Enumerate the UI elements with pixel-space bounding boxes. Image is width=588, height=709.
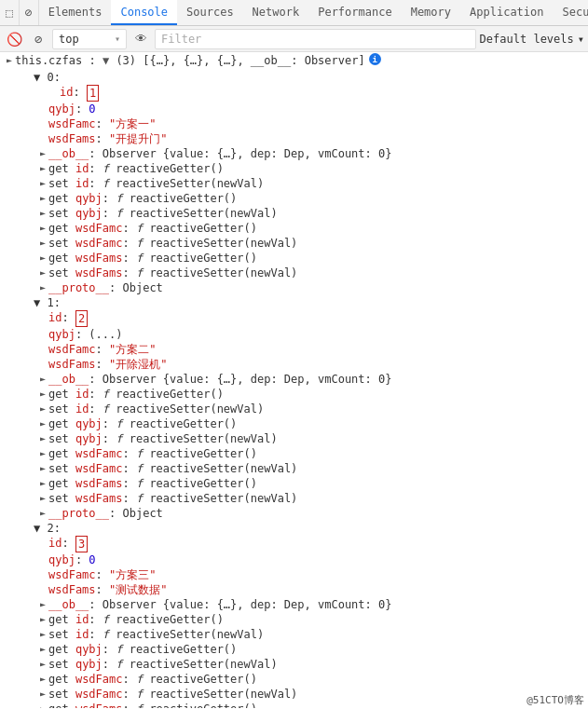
- prop-wsdFams-val: "开提升门": [109, 131, 167, 146]
- item-2-id: id : 3: [0, 536, 588, 552]
- clear-console-button[interactable]: 🚫: [4, 29, 24, 49]
- levels-label: Default levels: [480, 33, 574, 46]
- levels-arrow: ▾: [578, 33, 584, 46]
- tab-icon-inspect[interactable]: ⬚: [0, 0, 20, 25]
- get-id2-arrow[interactable]: [37, 612, 48, 623]
- prop-colon: :: [73, 85, 86, 100]
- item-2-wsdFamc: wsdFamc : "方案三": [0, 567, 588, 582]
- item-0-get-wsdFams: get wsdFams : f reactiveGetter(): [0, 251, 588, 266]
- tab-icon-cursor[interactable]: ⊘: [20, 0, 39, 25]
- get-wsdFams-arrow[interactable]: [37, 251, 48, 262]
- set-qybj2-arrow[interactable]: [37, 657, 48, 668]
- item-1-wsdFamc: wsdFamc : "方案二": [0, 342, 588, 357]
- item-1-qybj: qybj : (...): [0, 327, 588, 342]
- set-wsdFamc1-arrow[interactable]: [37, 461, 48, 472]
- item-0-key: ▼ 0:: [34, 70, 61, 85]
- devtools-tab-bar: ⬚ ⊘ Elements Console Sources Network Per…: [0, 0, 588, 26]
- item-0-set-qybj: set qybj : f reactiveSetter(newVal): [0, 206, 588, 221]
- ob0-arrow[interactable]: [37, 146, 48, 157]
- tab-performance[interactable]: Performance: [308, 0, 401, 25]
- item-0-set-id: set id : f reactiveSetter(newVal): [0, 176, 588, 191]
- item-1-id: id : 2: [0, 310, 588, 327]
- item-1-wsdFams: wsdFams : "开除湿机": [0, 357, 588, 372]
- item-1-set-id: set id : f reactiveSetter(newVal): [0, 402, 588, 416]
- filter-toggle-button[interactable]: ⊘: [28, 29, 48, 49]
- tab-sources[interactable]: Sources: [177, 0, 243, 25]
- item-0-id: id : 1: [0, 85, 588, 102]
- item-0-wsdFamc: wsdFamc : "方案一": [0, 116, 588, 131]
- get-id1-arrow[interactable]: [37, 387, 48, 398]
- tab-memory[interactable]: Memory: [402, 0, 460, 25]
- set-wsdFamc-arrow[interactable]: [37, 236, 48, 247]
- ob2-arrow[interactable]: [37, 597, 48, 608]
- get-wsdFamc1-arrow[interactable]: [37, 446, 48, 457]
- context-selector[interactable]: top ▾: [52, 29, 127, 49]
- log-prefix: this.czfas :: [15, 53, 103, 68]
- set-id2-arrow[interactable]: [37, 627, 48, 638]
- proto0-arrow[interactable]: [37, 280, 48, 292]
- ob1-arrow[interactable]: [37, 372, 48, 383]
- get-wsdFams2-arrow[interactable]: [37, 702, 48, 708]
- set-wsdFamc2-arrow[interactable]: [37, 687, 48, 698]
- eye-button[interactable]: 👁: [130, 29, 151, 49]
- prop-qybj-key: qybj: [48, 102, 75, 116]
- item-1-get-wsdFams: get wsdFams : f reactiveGetter(): [0, 476, 588, 491]
- get-wsdFamc2-arrow[interactable]: [37, 672, 48, 683]
- item-0-label: ▼ 0:: [0, 70, 588, 85]
- set-id1-arrow[interactable]: [37, 402, 48, 413]
- item-2-get-wsdFamc: get wsdFamc : f reactiveGetter(): [0, 672, 588, 687]
- set-qybj-arrow[interactable]: [37, 206, 48, 217]
- item-0-wsdFams: wsdFams : "开提升门": [0, 131, 588, 146]
- get-qybj-arrow[interactable]: [37, 191, 48, 202]
- item-2-get-qybj: get qybj : f reactiveGetter(): [0, 642, 588, 657]
- prop-id-key: id: [60, 85, 73, 100]
- set-wsdFams-arrow[interactable]: [37, 266, 48, 277]
- item-2-set-qybj: set qybj : f reactiveSetter(newVal): [0, 657, 588, 672]
- item-2-set-wsdFamc: set wsdFamc : f reactiveSetter(newVal): [0, 687, 588, 702]
- levels-selector[interactable]: Default levels ▾: [480, 33, 584, 46]
- item-0-set-wsdFams: set wsdFams : f reactiveSetter(newVal): [0, 266, 588, 280]
- set-wsdFams1-arrow[interactable]: [37, 491, 48, 502]
- tab-network[interactable]: Network: [243, 0, 309, 25]
- tab-security[interactable]: Security: [554, 0, 588, 25]
- get-wsdFamc-arrow[interactable]: [37, 221, 48, 232]
- item-2-label: ▼ 2:: [0, 521, 588, 536]
- filter-input[interactable]: Filter: [155, 29, 476, 49]
- item-0-set-wsdFamc: set wsdFamc : f reactiveSetter(newVal): [0, 236, 588, 251]
- proto1-arrow[interactable]: [37, 506, 48, 517]
- item-2-get-id: get id : f reactiveGetter(): [0, 612, 588, 627]
- item-2-set-id: set id : f reactiveSetter(newVal): [0, 627, 588, 642]
- tab-elements[interactable]: Elements: [39, 0, 112, 25]
- info-icon: i: [369, 53, 381, 65]
- item-0-qybj: qybj : 0: [0, 102, 588, 116]
- log-expand-arrow[interactable]: ▼: [103, 53, 109, 68]
- item-1-get-qybj: get qybj : f reactiveGetter(): [0, 416, 588, 431]
- tab-application[interactable]: Application: [460, 0, 553, 25]
- get-qybj1-arrow[interactable]: [37, 416, 48, 428]
- item-1-id-value: 2: [75, 310, 88, 327]
- tab-console[interactable]: Console: [111, 0, 177, 25]
- context-dropdown-arrow: ▾: [115, 34, 120, 44]
- item-1-get-wsdFamc: get wsdFamc : f reactiveGetter(): [0, 446, 588, 461]
- context-value: top: [59, 33, 79, 46]
- item-1-key: ▼ 1:: [34, 295, 61, 310]
- main-expand-arrow[interactable]: [4, 53, 15, 64]
- item-2-id-value: 3: [75, 536, 88, 552]
- item-1-set-wsdFams: set wsdFams : f reactiveSetter(newVal): [0, 491, 588, 506]
- item-2-qybj: qybj : 0: [0, 552, 588, 567]
- get-qybj2-arrow[interactable]: [37, 642, 48, 653]
- prop-qybj-val: 0: [89, 102, 95, 116]
- item-1-set-wsdFamc: set wsdFamc : f reactiveSetter(newVal): [0, 461, 588, 476]
- console-toolbar: 🚫 ⊘ top ▾ 👁 Filter Default levels ▾: [0, 26, 588, 52]
- item-2-get-wsdFams: get wsdFams : f reactiveGetter(): [0, 702, 588, 708]
- item-1-label: ▼ 1:: [0, 295, 588, 310]
- get-id-arrow[interactable]: [37, 161, 48, 172]
- item-1-get-id: get id : f reactiveGetter(): [0, 387, 588, 402]
- prop-wsdFams-key: wsdFams: [48, 131, 96, 146]
- set-id-arrow[interactable]: [37, 176, 48, 187]
- set-qybj1-arrow[interactable]: [37, 431, 48, 443]
- item-1-set-qybj: set qybj : f reactiveSetter(newVal): [0, 431, 588, 446]
- console-output: this.czfas : ▼ (3) [{…}, {…}, {…}, __ob_…: [0, 52, 588, 708]
- item-0-get-id: get id : f reactiveGetter(): [0, 161, 588, 176]
- get-wsdFams1-arrow[interactable]: [37, 476, 48, 487]
